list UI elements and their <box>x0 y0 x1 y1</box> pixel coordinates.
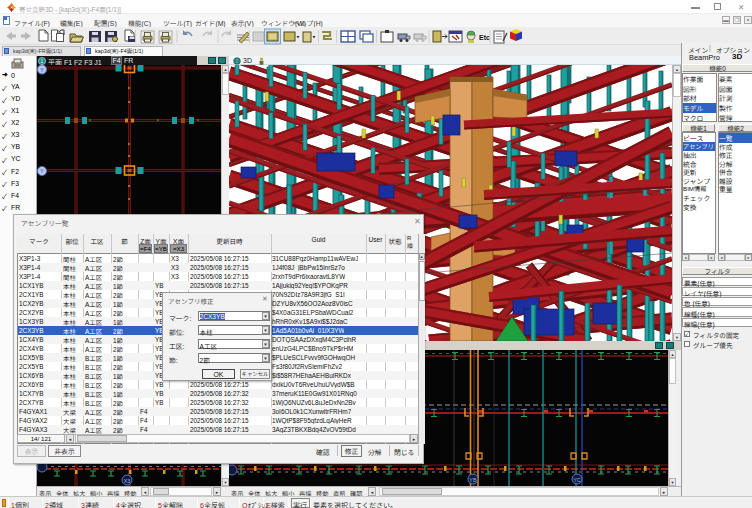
svg-text:Etc: Etc <box>479 34 490 41</box>
svg-text:YC: YC <box>573 477 581 483</box>
svg-text:1: 1 <box>41 58 44 64</box>
svg-text:YB: YB <box>469 477 477 483</box>
svg-text:X3: X3 <box>124 478 131 484</box>
